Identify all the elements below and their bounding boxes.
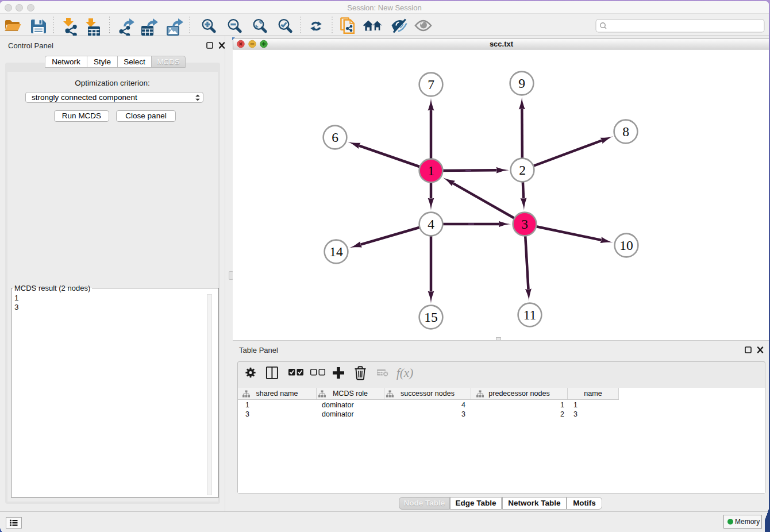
svg-text:3: 3 [521,217,528,232]
svg-text:f(x): f(x) [396,366,413,380]
svg-text:10: 10 [619,238,633,253]
svg-text:7: 7 [428,77,434,92]
svg-text:1: 1 [428,163,434,178]
svg-text:4: 4 [428,217,434,232]
svg-text:2: 2 [519,163,526,178]
svg-text:15: 15 [424,310,438,325]
svg-text:11: 11 [523,307,537,322]
svg-text:9: 9 [518,76,525,91]
svg-text:8: 8 [622,124,629,139]
svg-text:14: 14 [329,244,343,259]
svg-text:6: 6 [332,130,338,145]
